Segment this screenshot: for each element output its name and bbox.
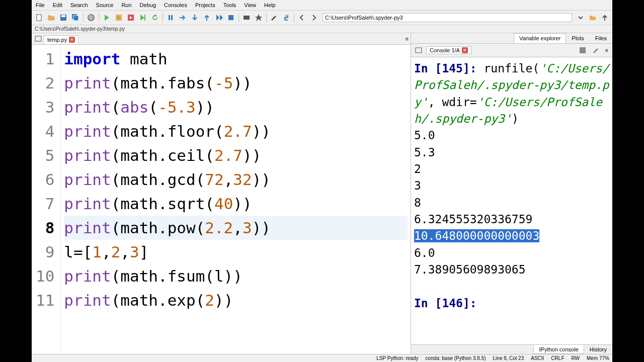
menu-help[interactable]: Help xyxy=(260,1,280,10)
code-body[interactable]: import mathprint(math.fabs(-5))print(abs… xyxy=(61,45,411,354)
new-file-button[interactable] xyxy=(34,12,45,23)
file-tab[interactable]: temp.py ✕ xyxy=(44,35,78,44)
statusbar: LSP Python: ready conda: base (Python 3.… xyxy=(32,354,612,362)
code-line[interactable]: print(math.sqrt(40)) xyxy=(64,192,408,216)
run-cell-advance-button[interactable] xyxy=(125,12,136,23)
code-line[interactable]: print(math.ceil(2.7)) xyxy=(64,143,408,167)
debug-stop-button[interactable] xyxy=(225,12,236,23)
svg-rect-9 xyxy=(144,15,145,21)
console-stop-icon[interactable] xyxy=(577,45,588,56)
menu-source[interactable]: Source xyxy=(92,1,118,10)
debug-pause-button[interactable] xyxy=(165,12,176,23)
open-file-button[interactable] xyxy=(46,12,57,23)
debug-step-button[interactable] xyxy=(177,12,188,23)
nav-forward-button[interactable] xyxy=(308,12,319,23)
menu-file[interactable]: File xyxy=(32,1,49,10)
rerun-button[interactable] xyxy=(149,12,160,23)
menu-consoles[interactable]: Consoles xyxy=(160,1,191,10)
right-pane: Variable explorerPlotsFiles Console 1/A … xyxy=(411,33,612,354)
menu-run[interactable]: Run xyxy=(117,1,135,10)
console-header: Console 1/A ✕ ≡ xyxy=(411,44,612,57)
kernel-restart-button[interactable] xyxy=(241,12,252,23)
separator xyxy=(83,13,84,22)
tab-variable explorer[interactable]: Variable explorer xyxy=(514,33,566,43)
python-path-button[interactable] xyxy=(281,12,292,23)
svg-rect-14 xyxy=(35,36,41,41)
at-icon[interactable]: @ xyxy=(86,12,97,23)
cwd-parent-button[interactable] xyxy=(599,12,610,23)
svg-rect-15 xyxy=(416,48,422,53)
code-line[interactable]: print(abs(-5.3)) xyxy=(64,95,408,119)
code-line[interactable]: print(math.pow(2.2,3)) xyxy=(64,216,408,240)
menu-projects[interactable]: Projects xyxy=(191,1,219,10)
tab-files[interactable]: Files xyxy=(590,33,612,43)
svg-rect-0 xyxy=(37,15,41,21)
toolbar: @ xyxy=(32,11,612,25)
console-output-line[interactable]: 5.0 xyxy=(414,127,609,144)
menu-view[interactable]: View xyxy=(240,1,260,10)
svg-rect-4 xyxy=(73,16,78,21)
code-line[interactable]: print(math.fsum(l)) xyxy=(64,264,408,288)
menu-search[interactable]: Search xyxy=(66,1,92,10)
debug-step-in-button[interactable] xyxy=(189,12,200,23)
console-menu-icon[interactable]: ≡ xyxy=(603,46,610,54)
console-output-line[interactable]: 5.3 xyxy=(414,144,609,161)
debug-continue-button[interactable] xyxy=(213,12,224,23)
svg-rect-11 xyxy=(171,15,173,20)
save-button[interactable] xyxy=(58,12,69,23)
console-clear-icon[interactable] xyxy=(590,45,601,56)
separator xyxy=(266,13,267,22)
preferences-button[interactable] xyxy=(269,12,280,23)
menubar: FileEditSearchSourceRunDebugConsolesProj… xyxy=(32,0,612,11)
menu-tools[interactable]: Tools xyxy=(219,1,240,10)
status-lsp: LSP Python: ready xyxy=(376,355,418,361)
nav-back-button[interactable] xyxy=(296,12,307,23)
console-output-line[interactable]: 7.38905609893065 xyxy=(414,261,609,278)
cwd-dropdown-icon[interactable] xyxy=(575,12,586,23)
editor-pane: temp.py ✕ ≡ 1234567891011 import mathpri… xyxy=(32,33,411,354)
svg-text:@: @ xyxy=(89,15,94,21)
tab-ipython console[interactable]: IPython console xyxy=(533,345,584,354)
save-all-button[interactable] xyxy=(70,12,81,23)
console-tab[interactable]: Console 1/A ✕ xyxy=(426,46,471,54)
code-line[interactable]: print(math.gcd(72,32)) xyxy=(64,167,408,192)
code-line[interactable]: l=[1,2,3] xyxy=(64,240,408,264)
tab-history[interactable]: History xyxy=(584,345,612,354)
menu-debug[interactable]: Debug xyxy=(136,1,160,10)
console-bottom-tabs: IPython consoleHistory xyxy=(411,344,612,354)
console-output-line[interactable]: 6.324555320336759 xyxy=(414,211,609,228)
console-output-line[interactable]: 8 xyxy=(414,195,609,211)
debug-step-out-button[interactable] xyxy=(201,12,212,23)
menu-edit[interactable]: Edit xyxy=(49,1,66,10)
tab-browse-icon[interactable] xyxy=(33,33,44,44)
tab-plots[interactable]: Plots xyxy=(566,33,589,43)
run-selection-button[interactable] xyxy=(137,12,148,23)
status-encoding: ASCII xyxy=(531,355,544,361)
console-output-line[interactable]: 10.648000000000003 xyxy=(414,228,609,244)
separator xyxy=(163,13,163,22)
separator xyxy=(99,13,99,22)
console-tab-label: Console 1/A xyxy=(430,47,460,53)
cwd-browse-button[interactable] xyxy=(587,12,598,23)
console-output-line[interactable]: 2 xyxy=(414,161,609,177)
close-icon[interactable]: ✕ xyxy=(69,37,75,43)
code-line[interactable]: print(math.fabs(-5)) xyxy=(64,71,408,95)
console-output-line[interactable]: 3 xyxy=(414,177,609,194)
console-output[interactable]: In [145]: runfile('C:/Users/ProfSaleh/.s… xyxy=(411,57,612,344)
status-memory: Mem 77% xyxy=(587,355,609,361)
status-cursor-pos: Line 8, Col 23 xyxy=(493,355,524,361)
run-button[interactable] xyxy=(101,12,112,23)
editor-menu-icon[interactable]: ≡ xyxy=(404,35,411,43)
code-line[interactable]: print(math.floor(2.7)) xyxy=(64,119,408,143)
right-pane-tabs: Variable explorerPlotsFiles xyxy=(411,33,612,44)
close-icon[interactable]: ✕ xyxy=(462,47,468,53)
cwd-input[interactable] xyxy=(323,13,572,22)
code-editor[interactable]: 1234567891011 import mathprint(math.fabs… xyxy=(32,45,411,354)
console-browse-icon[interactable] xyxy=(413,45,424,56)
code-line[interactable]: print(math.exp(2)) xyxy=(64,288,408,312)
kernel-interrupt-button[interactable] xyxy=(253,12,264,23)
run-cell-button[interactable] xyxy=(113,12,124,23)
code-line[interactable]: import math xyxy=(64,47,408,71)
console-output-line[interactable]: 6.0 xyxy=(414,245,609,261)
spyder-app: FileEditSearchSourceRunDebugConsolesProj… xyxy=(32,0,612,362)
